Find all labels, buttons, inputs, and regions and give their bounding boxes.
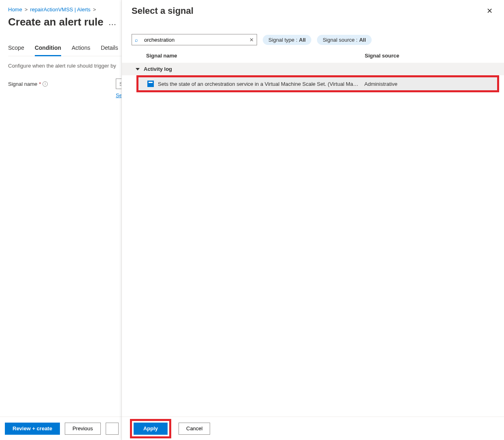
chevron-down-icon (136, 68, 140, 70)
panel-title: Select a signal (132, 6, 194, 16)
signal-source-filter[interactable]: Signal source : All (317, 35, 372, 45)
apply-button[interactable]: Apply (134, 423, 168, 435)
close-icon[interactable]: ✕ (485, 6, 494, 16)
signal-name: Sets the state of an orchestration servi… (158, 81, 364, 87)
panel-controls: ⌕ ✕ Signal type : All Signal source : Al… (122, 16, 504, 53)
signal-search-input[interactable] (132, 34, 257, 45)
previous-button[interactable]: Previous (65, 423, 101, 435)
signal-source: Administrative (364, 81, 497, 87)
activity-log-icon (147, 81, 154, 87)
required-asterisk: * (39, 81, 41, 87)
apply-highlight: Apply (130, 419, 171, 438)
page-title: Create an alert rule (8, 16, 104, 28)
highlighted-signal-row: Sets the state of an orchestration servi… (136, 75, 499, 92)
breadcrumb-home[interactable]: Home (8, 6, 22, 13)
more-actions-button[interactable]: … (108, 18, 117, 26)
group-label: Activity log (144, 66, 172, 72)
filter-label: Signal source : (323, 37, 357, 43)
tab-condition[interactable]: Condition (35, 42, 61, 56)
tab-details[interactable]: Details (101, 42, 118, 56)
breadcrumb-sep: > (25, 6, 28, 13)
signal-columns-header: Signal name Signal source (122, 53, 504, 63)
info-icon[interactable]: i (43, 81, 48, 87)
panel-header: Select a signal ✕ (122, 0, 504, 16)
col-signal-source: Signal source (365, 53, 494, 59)
review-create-button[interactable]: Review + create (5, 423, 60, 435)
search-icon: ⌕ (135, 37, 138, 43)
signal-type-filter[interactable]: Signal type : All (263, 35, 311, 45)
panel-footer: Apply Cancel (122, 417, 504, 440)
signal-name-label-text: Signal name (8, 81, 37, 87)
breadcrumb-sep: > (93, 6, 96, 13)
signal-search-box: ⌕ ✕ (132, 34, 257, 45)
breadcrumb-resource[interactable]: repairActionVMSS | Alerts (30, 6, 90, 13)
tab-actions[interactable]: Actions (72, 42, 90, 56)
signal-row[interactable]: Sets the state of an orchestration servi… (138, 77, 497, 90)
clear-search-icon[interactable]: ✕ (249, 37, 254, 43)
tab-scope[interactable]: Scope (8, 42, 24, 56)
filter-value: All (359, 37, 366, 43)
signal-group-activity-log[interactable]: Activity log (122, 63, 504, 75)
next-button-stub[interactable] (106, 423, 119, 435)
filter-label: Signal type : (268, 37, 298, 43)
select-signal-panel: Select a signal ✕ ⌕ ✕ Signal type : All … (121, 0, 504, 440)
signal-name-label: Signal name * i (8, 81, 109, 87)
filter-value: All (299, 37, 306, 43)
cancel-button[interactable]: Cancel (179, 423, 210, 435)
col-signal-name: Signal name (146, 53, 365, 59)
